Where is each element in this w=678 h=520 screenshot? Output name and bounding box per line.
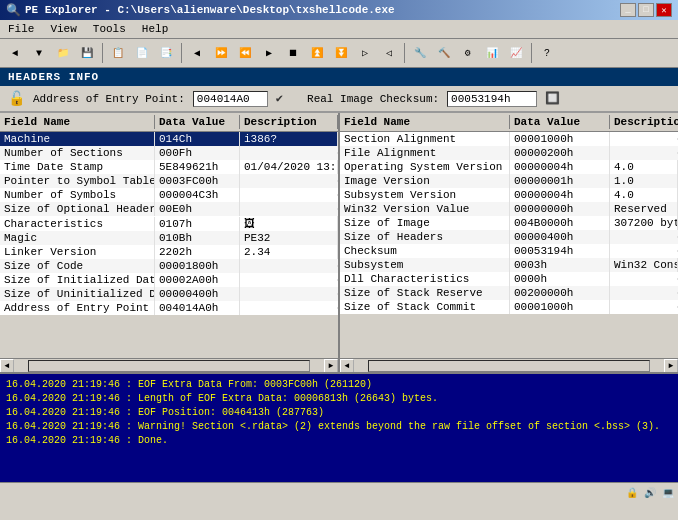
left-table-row[interactable]: Characteristics 0107h 🖼 xyxy=(0,216,338,231)
right-table-row[interactable]: Subsystem Version 00000004h 4.0 xyxy=(340,188,678,202)
right-table-row[interactable]: Operating System Version 00000004h 4.0 xyxy=(340,160,678,174)
checksum-label: Real Image Checksum: xyxy=(307,93,439,105)
left-hscroll-right[interactable]: ► xyxy=(324,359,338,373)
save-button[interactable]: 💾 xyxy=(76,42,98,64)
left-hscroll-track[interactable] xyxy=(28,360,310,372)
right-panel: Field Name Data Value Description Sectio… xyxy=(340,113,678,372)
right-table-row[interactable]: Size of Stack Commit 00001000h xyxy=(340,300,678,314)
menu-help[interactable]: Help xyxy=(138,22,172,36)
left-cell-desc xyxy=(240,152,338,154)
right-table-body[interactable]: Section Alignment 00001000h File Alignme… xyxy=(340,132,678,358)
copy-button[interactable]: 📋 xyxy=(107,42,129,64)
left-cell-desc xyxy=(240,279,338,281)
left-cell-field: Machine xyxy=(0,132,155,146)
left-cell-desc: i386? xyxy=(240,132,338,146)
right-col-value: Data Value xyxy=(510,115,610,129)
right-cell-field: Section Alignment xyxy=(340,132,510,146)
right-hscroll-track[interactable] xyxy=(368,360,650,372)
right-table-row[interactable]: Win32 Version Value 00000000h Reserved xyxy=(340,202,678,216)
title-controls[interactable]: _ □ ✕ xyxy=(620,3,672,17)
left-table-row[interactable]: Magic 010Bh PE32 xyxy=(0,231,338,245)
right-cell-field: Win32 Version Value xyxy=(340,202,510,216)
help-button[interactable]: ? xyxy=(536,42,558,64)
bwd-button[interactable]: ◁ xyxy=(378,42,400,64)
right-table-row[interactable]: Checksum 00053194h xyxy=(340,244,678,258)
left-table-row[interactable]: Number of Symbols 000004C3h xyxy=(0,188,338,202)
right-table-row[interactable]: Subsystem 0003h Win32 Conso xyxy=(340,258,678,272)
right-cell-field: Checksum xyxy=(340,244,510,258)
left-table-row[interactable]: Size of Uninitialized Data 00000400h xyxy=(0,287,338,301)
left-table-row[interactable]: Size of Optional Header 00E0h xyxy=(0,202,338,216)
tool1-button[interactable]: 🔧 xyxy=(409,42,431,64)
left-table-row[interactable]: Machine 014Ch i386? xyxy=(0,132,338,146)
right-table-row[interactable]: Dll Characteristics 0000h xyxy=(340,272,678,286)
right-col-desc: Description xyxy=(610,115,678,129)
up-button[interactable]: ⏫ xyxy=(306,42,328,64)
nav-ff-button[interactable]: ⏩ xyxy=(210,42,232,64)
right-hscroll-right[interactable]: ► xyxy=(664,359,678,373)
right-cell-value: 0003h xyxy=(510,258,610,272)
fwd-button[interactable]: ▷ xyxy=(354,42,376,64)
left-table-row[interactable]: Address of Entry Point 004014A0h xyxy=(0,301,338,315)
left-table-row[interactable]: Pointer to Symbol Table 0003FC00h xyxy=(0,174,338,188)
paste-button[interactable]: 📄 xyxy=(131,42,153,64)
tool5-button[interactable]: 📈 xyxy=(505,42,527,64)
right-hscroll-left[interactable]: ◄ xyxy=(340,359,354,373)
left-hscroll[interactable]: ◄ ► xyxy=(0,358,338,372)
tool2-button[interactable]: 🔨 xyxy=(433,42,455,64)
left-cell-value: 00E0h xyxy=(155,202,240,216)
right-cell-field: File Alignment xyxy=(340,146,510,160)
right-hscroll[interactable]: ◄ ► xyxy=(340,358,678,372)
maximize-button[interactable]: □ xyxy=(638,3,654,17)
left-table-row[interactable]: Linker Version 2202h 2.34 xyxy=(0,245,338,259)
checksum-input[interactable] xyxy=(447,91,537,107)
nav-rw-button[interactable]: ⏪ xyxy=(234,42,256,64)
right-table-row[interactable]: File Alignment 00000200h xyxy=(340,146,678,160)
left-cell-value: 0107h xyxy=(155,217,240,231)
right-table-row[interactable]: Image Version 00000001h 1.0 xyxy=(340,174,678,188)
right-cell-desc: 4.0 xyxy=(610,160,678,174)
entry-point-input[interactable] xyxy=(193,91,268,107)
left-table-row[interactable]: Time Date Stamp 5E849621h 01/04/2020 13:… xyxy=(0,160,338,174)
close-button[interactable]: ✕ xyxy=(656,3,672,17)
right-cell-value: 00000001h xyxy=(510,174,610,188)
headers-info-title: HEADERS INFO xyxy=(8,71,99,83)
tool3-button[interactable]: ⚙ xyxy=(457,42,479,64)
left-hscroll-left[interactable]: ◄ xyxy=(0,359,14,373)
minimize-button[interactable]: _ xyxy=(620,3,636,17)
right-cell-value: 004B0000h xyxy=(510,216,610,230)
right-cell-field: Subsystem xyxy=(340,258,510,272)
left-table-body[interactable]: Machine 014Ch i386? Number of Sections 0… xyxy=(0,132,338,358)
right-cell-value: 00001000h xyxy=(510,300,610,314)
right-cell-field: Image Version xyxy=(340,174,510,188)
back-button[interactable]: ◄ xyxy=(4,42,26,64)
log-area: 16.04.2020 21:19:46 : EOF Extra Data Fro… xyxy=(0,372,678,482)
down-button[interactable]: ⏬ xyxy=(330,42,352,64)
right-cell-field: Size of Stack Commit xyxy=(340,300,510,314)
left-table-row[interactable]: Size of Code 00001800h xyxy=(0,259,338,273)
new-button[interactable]: 📑 xyxy=(155,42,177,64)
right-cell-desc: 1.0 xyxy=(610,174,678,188)
right-table-row[interactable]: Size of Headers 00000400h xyxy=(340,230,678,244)
left-cell-desc xyxy=(240,265,338,267)
left-cell-desc: 01/04/2020 13:24:49 xyxy=(240,160,338,174)
right-table-row[interactable]: Size of Image 004B0000h 307200 bytes xyxy=(340,216,678,230)
left-cell-value: 000Fh xyxy=(155,146,240,160)
right-cell-desc: Reserved xyxy=(610,202,678,216)
right-table-row[interactable]: Size of Stack Reserve 00200000h xyxy=(340,286,678,300)
main-content: Field Name Data Value Description Machin… xyxy=(0,112,678,372)
left-table-row[interactable]: Number of Sections 000Fh xyxy=(0,146,338,160)
dropdown-button[interactable]: ▼ xyxy=(28,42,50,64)
menu-tools[interactable]: Tools xyxy=(89,22,130,36)
menu-file[interactable]: File xyxy=(4,22,38,36)
entry-icon: 🔓 xyxy=(8,90,25,107)
open-button[interactable]: 📁 xyxy=(52,42,74,64)
right-table-row[interactable]: Section Alignment 00001000h xyxy=(340,132,678,146)
stop-button[interactable]: ⏹ xyxy=(282,42,304,64)
menu-view[interactable]: View xyxy=(46,22,80,36)
left-table-header: Field Name Data Value Description xyxy=(0,113,338,132)
nav-right-button[interactable]: ▶ xyxy=(258,42,280,64)
tool4-button[interactable]: 📊 xyxy=(481,42,503,64)
nav-left-button[interactable]: ◀ xyxy=(186,42,208,64)
left-table-row[interactable]: Size of Initialized Data 00002A00h xyxy=(0,273,338,287)
